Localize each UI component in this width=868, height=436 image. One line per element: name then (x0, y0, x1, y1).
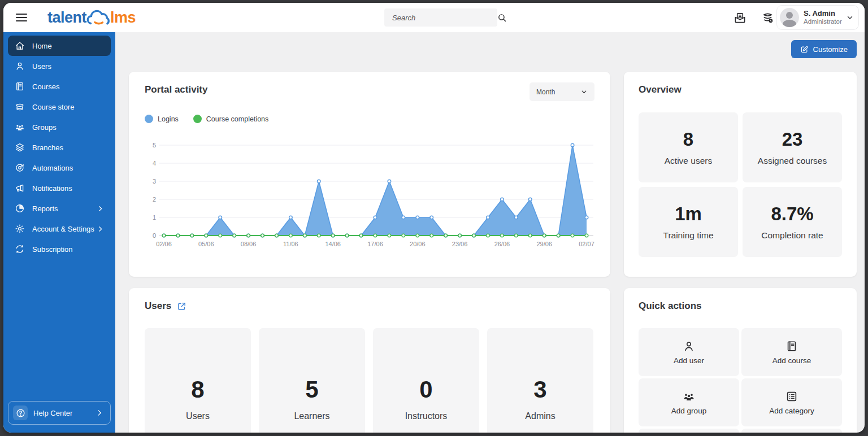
chevron-down-icon (846, 14, 854, 21)
stat-label: Completion rate (761, 230, 823, 241)
chevron-right-icon (97, 225, 104, 233)
svg-text:0: 0 (153, 232, 156, 239)
stat-value: 8.7% (771, 203, 813, 225)
stat-value: 23 (782, 129, 803, 150)
question-mark-icon (13, 406, 28, 420)
layers-icon (15, 142, 25, 152)
stat-tile-learners: 5 Learners (259, 328, 365, 433)
sidebar-item-label: Branches (32, 143, 111, 152)
quick-actions-grid: Add user Add course Add group Add catego… (639, 328, 842, 433)
quick-action-tile-partial[interactable] (741, 429, 842, 433)
sidebar-item-notifications[interactable]: Notifications (8, 178, 111, 198)
refresh-icon (15, 244, 25, 254)
legend-item-logins: Logins (145, 115, 179, 123)
quick-action-tile-partial[interactable] (639, 429, 739, 433)
sidebar-item-label: Courses (32, 82, 111, 91)
external-link-icon[interactable] (177, 302, 186, 311)
users-title: Users (145, 300, 171, 312)
add-course-tile[interactable]: Add course (741, 328, 842, 376)
svg-text:02/06: 02/06 (156, 241, 172, 247)
pie-chart-icon (15, 203, 25, 213)
sidebar-item-users[interactable]: Users (8, 56, 111, 76)
customize-button[interactable]: Customize (791, 40, 857, 58)
portal-activity-chart: 01234502/0605/0608/0611/0614/0617/0620/0… (145, 137, 594, 259)
users-card: Users 8 Users 5 Learners 0 Instructors (129, 288, 610, 433)
add-group-tile[interactable]: Add group (639, 378, 739, 426)
overview-card: Overview 8 Active users 23 Assigned cour… (624, 72, 857, 277)
edit-pencil-icon (800, 45, 809, 54)
legend-dot-blue (145, 115, 153, 123)
svg-text:3: 3 (153, 178, 156, 185)
quick-actions-title: Quick actions (639, 300, 842, 312)
add-course-icon (785, 340, 798, 352)
sidebar-item-account-settings[interactable]: Account & Settings (8, 219, 111, 239)
svg-text:1: 1 (153, 214, 156, 221)
svg-text:20/06: 20/06 (410, 241, 426, 247)
sidebar-item-home[interactable]: Home (8, 36, 111, 56)
help-center-button[interactable]: Help Center (8, 401, 111, 425)
talentlms-logo: talent lms (47, 8, 136, 27)
portal-activity-card: Portal activity Month Logins Course comp… (129, 72, 610, 277)
stat-value: 5 (305, 376, 318, 403)
portal-activity-title: Portal activity (145, 84, 594, 95)
sidebar-item-groups[interactable]: Groups (8, 117, 111, 137)
chart-legend: Logins Course completions (145, 115, 268, 123)
user-role: Administrator (804, 18, 842, 25)
message-inbox-icon[interactable] (734, 11, 747, 24)
stat-value: 1m (675, 203, 702, 225)
stat-tile-active-users: 8 Active users (639, 112, 738, 182)
quick-actions-card: Quick actions Add user Add course Add gr… (624, 288, 857, 433)
overview-grid: 8 Active users 23 Assigned courses 1m Tr… (639, 112, 842, 257)
cloud-logo-icon (85, 8, 112, 27)
logo-text-talent: talent (47, 9, 86, 27)
stat-tile-assigned-courses: 23 Assigned courses (743, 112, 842, 182)
quick-action-label: Add group (671, 407, 706, 415)
sidebar-item-label: Subscription (32, 245, 111, 254)
stat-tile-training-time: 1m Training time (639, 187, 738, 257)
svg-text:17/06: 17/06 (367, 241, 383, 247)
sidebar-item-courses[interactable]: Courses (8, 76, 111, 97)
svg-text:23/06: 23/06 (452, 241, 468, 247)
add-user-tile[interactable]: Add user (639, 328, 739, 376)
stat-value: 0 (419, 376, 432, 403)
sidebar-item-automations[interactable]: Automations (8, 158, 111, 178)
sidebar-item-course-store[interactable]: Course store (8, 97, 111, 117)
top-bar: talent lms (3, 3, 865, 32)
groups-icon (15, 122, 25, 132)
search-input[interactable] (384, 14, 497, 22)
add-category-tile[interactable]: Add category (741, 378, 842, 426)
legend-item-completions: Course completions (193, 115, 268, 123)
home-icon (15, 41, 25, 51)
user-profile-menu[interactable]: S. Admin Administrator (776, 5, 859, 30)
stat-value: 3 (533, 376, 546, 403)
period-dropdown[interactable]: Month (530, 82, 594, 101)
stat-tile-completion-rate: 8.7% Completion rate (743, 187, 842, 257)
stat-label: Users (186, 411, 210, 421)
svg-text:29/06: 29/06 (536, 241, 552, 247)
stack-badge-icon[interactable] (761, 11, 774, 24)
help-center-label: Help Center (33, 409, 72, 417)
svg-text:02/07: 02/07 (579, 241, 594, 247)
stat-label: Admins (525, 411, 555, 421)
stat-label: Learners (294, 411, 329, 421)
quick-action-label: Add user (674, 356, 704, 365)
svg-text:14/06: 14/06 (325, 241, 341, 247)
stat-label: Assigned courses (758, 156, 827, 166)
svg-text:2: 2 (153, 196, 156, 203)
hamburger-menu-icon[interactable] (16, 11, 27, 24)
search-icon[interactable] (497, 13, 507, 23)
avatar (780, 8, 799, 27)
sidebar-item-subscription[interactable]: Subscription (8, 239, 111, 259)
chevron-down-icon (580, 88, 588, 95)
chevron-right-icon (97, 205, 104, 212)
stat-tile-admins: 3 Admins (487, 328, 593, 433)
logo-text-lms: lms (110, 9, 136, 27)
megaphone-icon (15, 183, 25, 193)
sidebar-item-reports[interactable]: Reports (8, 198, 111, 219)
sidebar-item-branches[interactable]: Branches (8, 137, 111, 158)
stat-tile-instructors: 0 Instructors (373, 328, 479, 433)
sidebar-item-label: Home (32, 42, 111, 50)
stat-label: Instructors (405, 411, 448, 421)
sidebar-item-label: Course store (32, 103, 111, 111)
svg-text:4: 4 (153, 160, 156, 167)
